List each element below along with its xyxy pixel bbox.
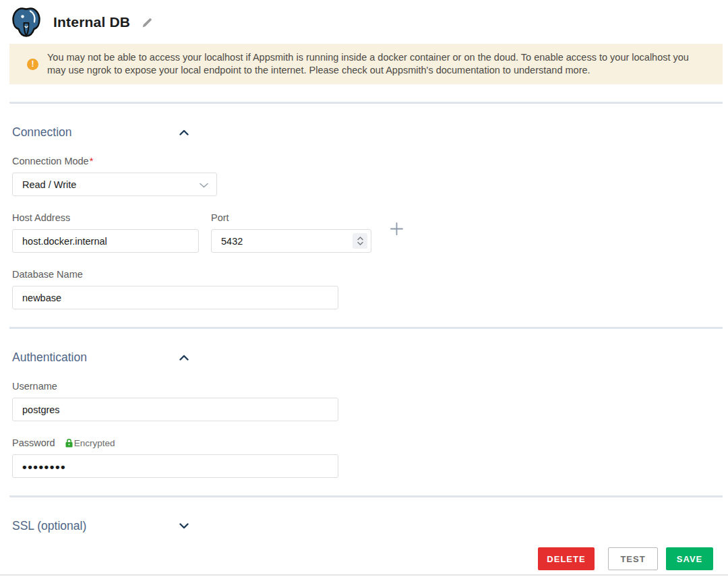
- host-address-label: Host Address: [12, 212, 199, 223]
- bottom-divider: [0, 574, 728, 576]
- section-header-ssl: SSL (optional): [12, 519, 189, 533]
- username-input[interactable]: [12, 398, 338, 421]
- test-button[interactable]: TEST: [608, 547, 658, 570]
- section-header-connection: Connection: [12, 125, 189, 140]
- database-name-label: Database Name: [12, 269, 728, 280]
- ssl-section-title: SSL (optional): [12, 519, 86, 533]
- port-label: Port: [211, 212, 371, 223]
- encrypted-badge: Encrypted: [65, 438, 115, 448]
- pencil-icon[interactable]: [142, 17, 153, 28]
- plus-icon[interactable]: [390, 217, 403, 241]
- section-divider: [9, 495, 723, 497]
- page-header: Internal DB: [0, 0, 728, 39]
- warning-banner: ! You may not be able to access your loc…: [9, 44, 723, 84]
- required-asterisk: *: [90, 156, 94, 166]
- connection-mode-select[interactable]: Read / Write: [12, 173, 217, 196]
- lock-icon: [65, 439, 73, 448]
- encrypted-badge-label: Encrypted: [74, 438, 115, 448]
- chevron-up-icon[interactable]: [179, 355, 189, 361]
- warning-text: You may not be able to access your local…: [47, 51, 692, 77]
- warning-icon: !: [27, 59, 38, 70]
- section-divider: [9, 102, 723, 104]
- number-stepper-icon[interactable]: [353, 233, 367, 249]
- username-label: Username: [12, 381, 728, 392]
- chevron-down-icon[interactable]: [179, 523, 189, 529]
- port-input[interactable]: [211, 229, 371, 253]
- section-header-authentication: Authentication: [12, 351, 189, 365]
- page-title: Internal DB: [53, 14, 130, 30]
- save-button[interactable]: SAVE: [666, 547, 713, 570]
- connection-mode-label: Connection Mode*: [12, 156, 728, 166]
- chevron-up-icon[interactable]: [179, 129, 189, 135]
- authentication-section-title: Authentication: [12, 351, 87, 365]
- postgresql-logo: [9, 5, 43, 39]
- connection-section-title: Connection: [12, 125, 72, 140]
- connection-mode-value: Read / Write: [22, 179, 76, 190]
- section-divider: [9, 327, 723, 329]
- password-label: Password: [12, 437, 55, 448]
- host-address-input[interactable]: [12, 229, 199, 253]
- chevron-down-icon: [200, 179, 208, 191]
- database-name-input[interactable]: [12, 286, 338, 309]
- action-buttons: DELETE TEST SAVE: [538, 547, 713, 570]
- delete-button[interactable]: DELETE: [538, 547, 595, 570]
- password-input[interactable]: [12, 454, 338, 478]
